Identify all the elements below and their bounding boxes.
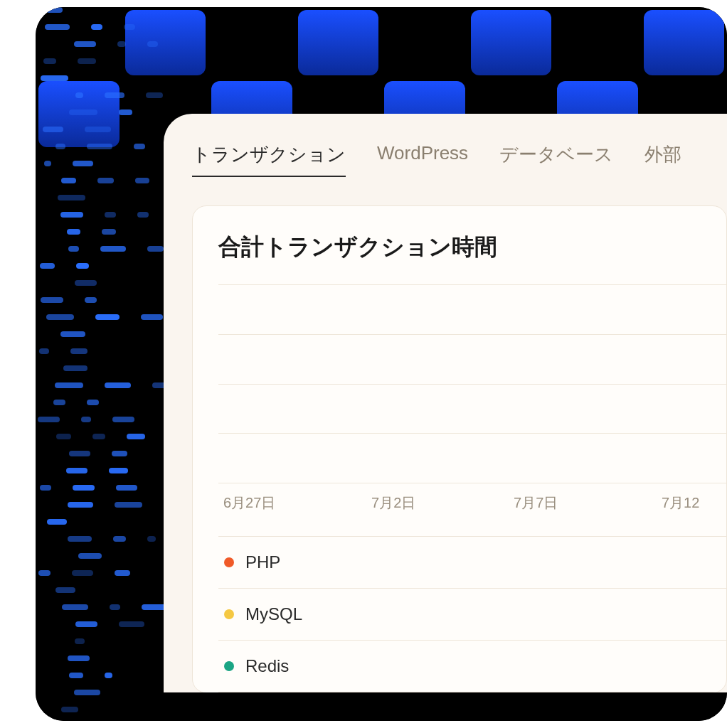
chart-plot-area [218, 284, 726, 483]
legend-label: PHP [245, 552, 280, 572]
tab-3[interactable]: 外部 [644, 142, 681, 177]
chart-card: 合計トランザクション時間 6月27日7月2日7月7日7月12 PHPMySQLR… [192, 205, 727, 692]
legend-item-mysql[interactable]: MySQL [218, 589, 726, 641]
chart-title: 合計トランザクション時間 [218, 232, 726, 263]
chart-legend: PHPMySQLRedis [218, 536, 726, 692]
x-axis-tick: 7月2日 [371, 493, 415, 513]
x-axis-tick: 7月7日 [514, 493, 558, 513]
legend-dot-icon [224, 661, 234, 671]
legend-label: Redis [245, 656, 289, 676]
legend-dot-icon [224, 609, 234, 619]
background-card: トランザクションWordPressデータベース外部 合計トランザクション時間 6… [36, 7, 727, 721]
chart-x-axis: 6月27日7月2日7月7日7月12 [218, 493, 726, 515]
legend-item-php[interactable]: PHP [218, 537, 726, 589]
x-axis-tick: 7月12 [662, 493, 699, 513]
chart-bars [218, 284, 726, 483]
tabs-nav: トランザクションWordPressデータベース外部 [192, 142, 727, 177]
tab-0[interactable]: トランザクション [192, 142, 346, 177]
dashboard-panel: トランザクションWordPressデータベース外部 合計トランザクション時間 6… [164, 114, 727, 692]
legend-dot-icon [224, 557, 234, 567]
legend-label: MySQL [245, 604, 302, 624]
tab-2[interactable]: データベース [499, 142, 613, 177]
legend-item-redis[interactable]: Redis [218, 641, 726, 692]
x-axis-tick: 6月27日 [223, 493, 275, 513]
tab-1[interactable]: WordPress [377, 142, 468, 177]
